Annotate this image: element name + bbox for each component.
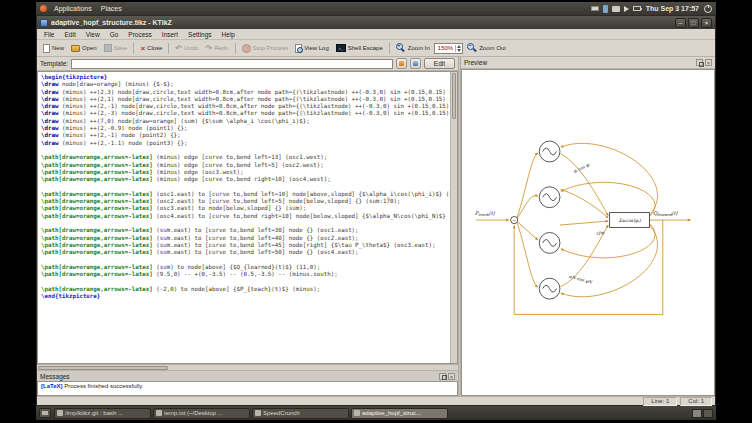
code-body: (minus) ++(7,0) node[draw=orange] (sum) … (58, 118, 309, 124)
code-body: (osc2.east) to [curve to,bend left=5] no… (153, 198, 401, 204)
code-command: \path[draw=orange,arrows=-latex] (41, 162, 153, 168)
code-body: (9.5,0) -- +(0,-3.5) -- (0.5,-3.5) -- (m… (153, 271, 338, 277)
taskbar-item[interactable]: temp.txt (~/Desktop ... (153, 408, 250, 419)
toolbar-separator (235, 43, 236, 54)
fanin-edge (560, 221, 608, 225)
menu-item[interactable]: Process (123, 31, 156, 38)
menu-item[interactable]: Settings (183, 31, 217, 38)
editor-vertical-scrollbar[interactable] (450, 72, 457, 363)
float-panel-icon[interactable] (696, 59, 703, 66)
battery-icon[interactable] (633, 6, 641, 11)
code-command: \path[draw=orange,arrows=-latex] (41, 169, 153, 175)
scrollbar-thumb[interactable] (452, 73, 456, 119)
feedback-path (514, 220, 663, 314)
code-line: \path[draw=orange,arrows=-latex] (sum.ea… (41, 249, 450, 256)
close-panel-icon[interactable]: × (705, 59, 712, 66)
applications-menu[interactable]: Applications (52, 5, 94, 12)
menu-item[interactable]: Go (105, 31, 124, 38)
messages-panel-header[interactable]: Messages × (37, 370, 458, 381)
menu-item[interactable]: Insert (157, 31, 183, 38)
close-button[interactable]: × (701, 18, 712, 28)
code-command: \draw (41, 110, 58, 116)
code-body: node[draw=orange] (minus) {$-$}; (58, 81, 173, 87)
menu-item[interactable]: File (39, 31, 59, 38)
shell-escape-button[interactable]: >_Shell Escape (333, 43, 386, 53)
new-button[interactable]: New (40, 43, 67, 54)
gnome-bottom-panel: /tmp/ktikz.git : bash ... temp.txt (~/De… (36, 406, 716, 420)
menu-item[interactable]: Edit (59, 31, 80, 38)
messages-log[interactable]: [LaTeX] Process finished successfully. (37, 381, 458, 396)
close-file-button[interactable]: ×Close (137, 43, 165, 54)
workspace-switcher[interactable] (692, 409, 713, 418)
code-line (41, 278, 450, 285)
code-body: (osc3.east) to node[below,sloped] {} (su… (153, 205, 307, 211)
taskbar-item[interactable]: /tmp/ktikz.git : bash ... (54, 408, 151, 419)
view-log-button[interactable]: View Log (292, 43, 332, 54)
open-button[interactable]: Open (68, 44, 100, 53)
code-line: \draw (minus) ++(2,1) node[draw,circle,t… (41, 96, 450, 103)
fanout-edge (517, 222, 538, 240)
close-panel-icon[interactable]: × (448, 373, 455, 380)
volume-icon[interactable] (624, 6, 629, 12)
show-desktop-button[interactable] (39, 408, 51, 418)
save-icon (104, 44, 112, 52)
power-menu-icon[interactable] (704, 5, 712, 13)
bluetooth-icon[interactable] (603, 5, 608, 13)
return-edge (561, 225, 658, 297)
terminal-icon: >_ (336, 44, 346, 52)
preview-panel-header[interactable]: Preview × (461, 57, 715, 69)
menu-item[interactable]: View (81, 31, 105, 38)
zoom-out-icon: − (467, 43, 477, 53)
taskbar-item[interactable]: adaptive_hopf_struc... (351, 408, 448, 419)
edit-template-button[interactable]: Edit (424, 58, 455, 69)
code-command: \draw (41, 96, 58, 102)
messages-title: Messages (40, 373, 70, 380)
code-editor[interactable]: \begin{tikzpicture} \draw node[draw=oran… (38, 72, 450, 363)
mid-edge-label: τPθ (596, 231, 604, 236)
code-command: \path[draw=orange,arrows=-latex] (41, 205, 153, 211)
undo-icon: ↶ (175, 44, 182, 53)
code-command: \begin{tikzpicture} (41, 74, 107, 80)
mail-indicator-icon[interactable] (591, 6, 599, 11)
zoom-level-combobox[interactable]: 150% (434, 43, 463, 54)
taskbar-item[interactable]: SpeedCrunch (252, 408, 349, 419)
float-panel-icon[interactable] (439, 373, 446, 380)
code-body: (sum.east) to [curve to,bend left=40] no… (153, 235, 359, 241)
code-line: \path[draw=orange,arrows=-latex] (sum.ea… (41, 242, 450, 249)
reload-template-icon[interactable] (396, 58, 407, 69)
places-menu[interactable]: Places (99, 5, 124, 12)
clock[interactable]: Thu Sep 3 17:57 (646, 5, 699, 12)
desktop: Applications Places Thu Sep 3 17:57 adap… (36, 2, 716, 420)
workspace-cell[interactable] (692, 409, 702, 418)
status-col: Col: 1 (680, 397, 712, 406)
status-line: Line: 1 (643, 397, 677, 406)
open-template-icon[interactable] (410, 58, 421, 69)
template-combobox[interactable] (71, 59, 393, 69)
titlebar[interactable]: adaptive_hopf_structure.tikz - KTikZ ─ □… (37, 16, 715, 29)
save-button[interactable]: Save (101, 43, 131, 53)
code-line: \path[draw=orange,arrows=-latex] (minus)… (41, 162, 450, 169)
distributor-logo-icon[interactable] (40, 5, 47, 12)
code-line: \draw (minus) ++(2,-1) node[draw,circle,… (41, 103, 450, 110)
code-command: \path[draw=orange,arrows=-latex] (41, 198, 153, 204)
code-command: \draw (41, 81, 58, 87)
zoom-out-button[interactable]: −Zoom Out (464, 42, 509, 54)
redo-button[interactable]: ↷Redo (202, 43, 231, 54)
maximize-button[interactable]: □ (688, 18, 699, 28)
zoom-in-button[interactable]: +Zoom In (393, 42, 433, 54)
template-label: Template: (40, 60, 68, 67)
network-icon[interactable] (612, 6, 620, 12)
zoom-spinner[interactable] (455, 45, 461, 52)
code-body: (osc1.east) to [curve to,bend left=10] n… (153, 191, 450, 197)
code-command: \draw (41, 140, 58, 146)
undo-button[interactable]: ↶Undo (172, 43, 201, 54)
stop-process-button[interactable]: Stop Process (239, 43, 292, 54)
code-command: \path[draw=orange,arrows=-latex] (41, 191, 153, 197)
workspace-cell[interactable] (703, 409, 713, 418)
redo-icon: ↷ (205, 44, 212, 53)
code-line: \path[draw=orange,arrows=-latex] (osc4.e… (41, 213, 450, 220)
window-icon (255, 410, 261, 416)
minimize-button[interactable]: ─ (675, 18, 686, 28)
code-line: \path[draw=orange,arrows=-latex] (minus)… (41, 154, 450, 161)
menu-item[interactable]: Help (217, 31, 240, 38)
